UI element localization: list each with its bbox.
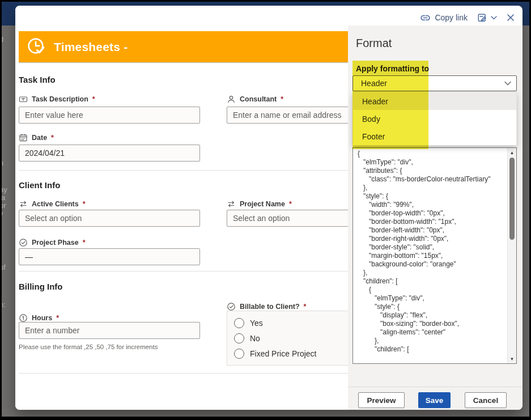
footer-divider	[348, 387, 522, 387]
backdrop-text-fragment: of	[2, 263, 6, 271]
section-divider	[19, 271, 348, 271]
section-title-billing-info: Billing Info	[19, 282, 62, 291]
date-label: Date *	[19, 133, 54, 142]
radio-option-fixed-price[interactable]: Fixed Price Project	[234, 346, 348, 361]
radio-circle-icon[interactable]	[234, 318, 244, 328]
project-phase-label: Project Phase *	[19, 238, 86, 247]
backdrop-text-fragment: v	[2, 209, 3, 218]
text-field-icon	[19, 95, 28, 104]
dropdown-menu: Header Body Footer	[352, 92, 517, 146]
format-panel-title: Format	[356, 37, 392, 50]
field-label-text: Billable to Client?	[240, 303, 300, 311]
close-icon	[507, 14, 515, 22]
hours-help-text: Please use the format ,25 ,50 ,75 for in…	[19, 343, 158, 350]
backdrop-text-fragment: d	[2, 35, 3, 44]
edit-form-menu-button[interactable]	[477, 13, 497, 23]
lookup-icon	[227, 200, 236, 209]
copy-link-label: Copy link	[435, 13, 468, 22]
radio-label: Fixed Price Project	[250, 349, 316, 358]
radio-label: Yes	[250, 319, 263, 328]
hours-label: Hours *	[19, 313, 59, 323]
cancel-button[interactable]: Cancel	[465, 392, 507, 408]
active-clients-input[interactable]	[19, 210, 200, 227]
section-divider	[19, 373, 348, 374]
required-marker: *	[289, 200, 292, 208]
calendar-icon	[19, 133, 28, 142]
field-label-text: Project Phase	[32, 239, 79, 247]
field-label-text: Task Description	[32, 95, 88, 103]
form-dialog: Copy link Timesheets -	[15, 6, 522, 410]
dropdown-selected-value: Header	[361, 79, 387, 88]
copy-link-button[interactable]: Copy link	[420, 12, 468, 23]
consultant-label: Consultant *	[227, 95, 283, 104]
dialog-toolbar: Copy link	[420, 10, 515, 25]
required-marker: *	[304, 303, 307, 311]
date-input[interactable]	[19, 145, 200, 162]
field-label-text: Consultant	[240, 95, 277, 103]
task-description-input[interactable]	[19, 107, 200, 124]
radio-option-yes[interactable]: Yes	[234, 315, 348, 330]
project-name-label: Project Name *	[227, 200, 292, 209]
edit-form-icon	[477, 13, 487, 23]
billable-label: Billable to Client? *	[227, 302, 306, 311]
code-scrollbar[interactable]: ▲ ▼	[507, 148, 516, 363]
apply-formatting-dropdown[interactable]: Header	[352, 75, 517, 91]
required-marker: *	[83, 200, 86, 208]
scrollbar-thumb[interactable]	[509, 158, 515, 240]
backdrop-text-fragment: or	[2, 201, 6, 210]
form-title: Timesheets -	[54, 40, 128, 54]
backdrop-text-fragment: n	[2, 159, 3, 167]
required-marker: *	[56, 314, 59, 322]
chevron-down-icon	[504, 81, 511, 86]
close-button[interactable]	[507, 14, 515, 22]
field-label-text: Active Clients	[32, 200, 79, 208]
required-marker: *	[51, 134, 54, 142]
format-json-code[interactable]: { "elmType": "div", "attributes": { "cla…	[353, 148, 507, 363]
billable-choice-group: Yes No Fixed Price Project	[227, 311, 348, 366]
required-marker: *	[83, 239, 86, 247]
section-divider	[19, 170, 348, 171]
person-icon	[227, 95, 236, 104]
field-label-text: Date	[32, 134, 47, 142]
radio-circle-icon[interactable]	[234, 349, 244, 359]
preview-button[interactable]: Preview	[358, 392, 405, 408]
backdrop-text-fragment: n:	[2, 300, 6, 309]
form-preview-pane: Timesheets - Task Info Task Description …	[15, 6, 348, 410]
format-code-editor: { "elmType": "div", "attributes": { "cla…	[352, 147, 517, 364]
backdrop-text-fragment: ay	[2, 185, 7, 194]
project-phase-input[interactable]	[19, 248, 200, 265]
dropdown-option-header[interactable]: Header	[353, 92, 516, 110]
link-icon	[420, 12, 431, 23]
scroll-down-arrow[interactable]: ▼	[508, 355, 516, 363]
apply-formatting-label: Apply formatting to	[356, 64, 429, 73]
radio-circle-icon[interactable]	[234, 333, 244, 343]
radio-label: No	[250, 334, 260, 343]
task-description-label: Task Description *	[19, 95, 95, 104]
save-button[interactable]: Save	[418, 392, 451, 408]
dropdown-option-body[interactable]: Body	[353, 110, 516, 128]
backdrop-text-fragment: la	[2, 193, 5, 202]
section-title-client-info: Client Info	[19, 180, 60, 190]
required-marker: *	[281, 95, 283, 103]
choice-icon	[227, 302, 236, 311]
lookup-icon	[19, 200, 28, 209]
form-header-banner: Timesheets -	[19, 31, 348, 62]
hours-input[interactable]	[19, 322, 200, 339]
required-marker: *	[92, 95, 95, 103]
project-name-input[interactable]	[227, 210, 348, 227]
dropdown-option-footer[interactable]: Footer	[353, 128, 516, 145]
radio-option-no[interactable]: No	[234, 330, 348, 346]
format-panel: Format Apply formatting to Header Header…	[348, 26, 522, 410]
scroll-up-arrow[interactable]: ▲	[508, 149, 516, 156]
chevron-down-icon	[491, 16, 497, 20]
choice-icon	[19, 238, 28, 247]
clock-check-icon	[26, 36, 46, 57]
consultant-input[interactable]	[227, 107, 348, 124]
section-title-task-info: Task Info	[19, 75, 56, 84]
number-icon	[19, 313, 28, 323]
field-label-text: Hours	[32, 314, 52, 322]
active-clients-label: Active Clients *	[19, 200, 86, 209]
field-label-text: Project Name	[240, 200, 285, 208]
banner-underline	[19, 62, 348, 63]
